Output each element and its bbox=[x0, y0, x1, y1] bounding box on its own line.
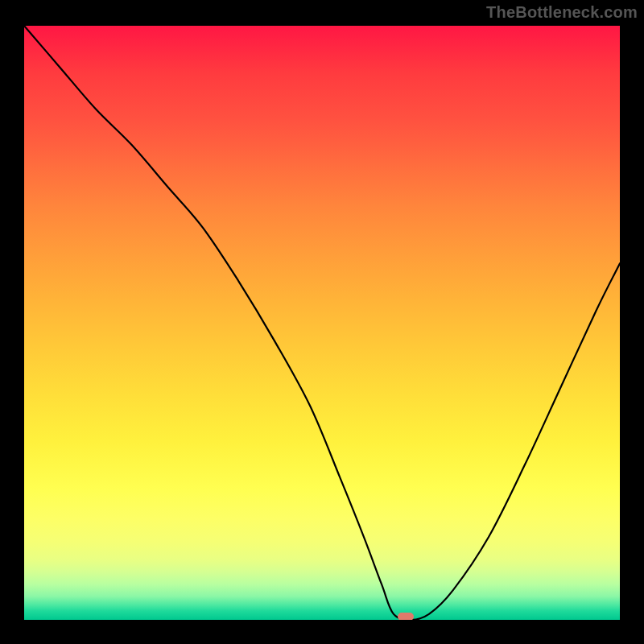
bottleneck-curve bbox=[24, 26, 620, 620]
optimal-point-marker bbox=[398, 613, 414, 620]
watermark-text: TheBottleneck.com bbox=[486, 3, 638, 22]
plot-area bbox=[24, 26, 620, 620]
chart-frame: TheBottleneck.com bbox=[0, 0, 644, 644]
curve-path bbox=[24, 26, 620, 620]
